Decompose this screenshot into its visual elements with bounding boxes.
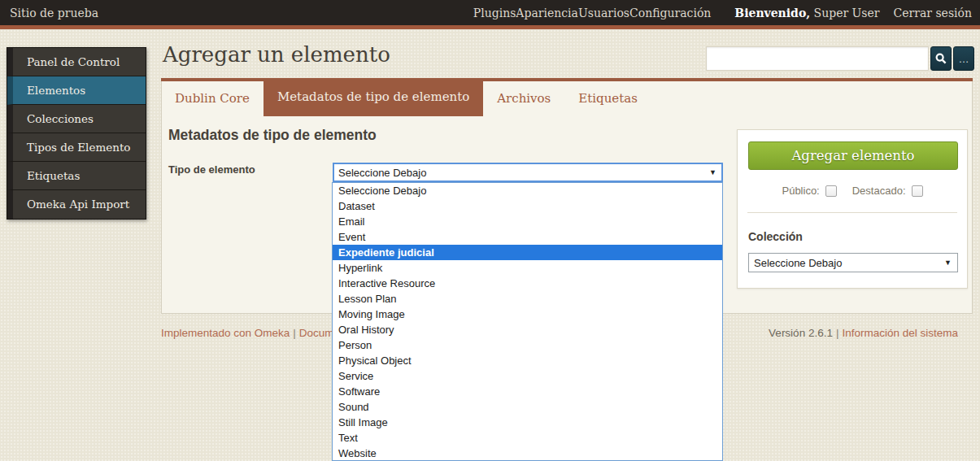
dropdown-option[interactable]: Email <box>333 214 722 229</box>
dropdown-option[interactable]: Oral History <box>333 322 722 337</box>
tab[interactable]: Dublin Core <box>161 78 264 116</box>
topbar-nav-link[interactable]: Usuarios <box>578 7 629 20</box>
welcome-prefix: Bienvenido, <box>734 7 810 20</box>
tab[interactable]: Etiquetas <box>564 78 651 116</box>
chevron-down-icon: ▼ <box>709 168 716 176</box>
sidebar-item[interactable]: Panel de Control <box>7 48 146 76</box>
featured-checkbox[interactable] <box>912 185 923 197</box>
footer-separator: | <box>833 327 843 339</box>
collection-select[interactable]: Seleccione Debajo ▼ <box>748 253 958 272</box>
search-input[interactable] <box>706 46 929 71</box>
topbar-nav-link[interactable]: Plugins <box>473 7 516 20</box>
welcome-text: Bienvenido, Super User <box>734 7 879 20</box>
footer-right: Versión 2.6.1|Información del sistema <box>769 327 973 339</box>
powered-by-omeka-link[interactable]: Implementado con Omeka <box>161 327 290 339</box>
panel-divider <box>747 212 957 213</box>
dropdown-option[interactable]: Dataset <box>333 198 722 214</box>
sidebar-item[interactable]: Colecciones <box>7 105 146 133</box>
site-title[interactable]: Sitio de prueba <box>10 7 98 20</box>
item-type-dropdown-list: Seleccione DebajoDatasetEmailEventExpedi… <box>332 182 723 461</box>
item-type-select[interactable]: Seleccione Debajo ▼ <box>333 163 723 182</box>
dropdown-option[interactable]: Hyperlink <box>333 260 722 276</box>
topbar-nav-link[interactable]: Configuración <box>629 7 711 20</box>
dropdown-option[interactable]: Lesson Plan <box>333 291 722 307</box>
dropdown-option[interactable]: Sound <box>333 399 722 415</box>
admin-topbar: Sitio de prueba PluginsAparienciaUsuario… <box>0 0 980 29</box>
page-title: Agregar un elemento <box>163 42 390 67</box>
dropdown-option[interactable]: Text <box>333 430 722 446</box>
ellipsis-icon: … <box>959 53 969 65</box>
dropdown-option[interactable]: Event <box>333 229 722 245</box>
section-title: Metadatos de tipo de elemento <box>168 127 377 144</box>
topbar-nav-link[interactable]: Apariencia <box>516 7 578 20</box>
advanced-search-button[interactable]: … <box>953 46 974 71</box>
collection-select-value: Seleccione Debajo <box>754 257 842 269</box>
search-icon <box>935 53 947 64</box>
dropdown-option[interactable]: Seleccione Debajo <box>333 183 722 198</box>
chevron-down-icon: ▼ <box>944 259 952 267</box>
search-button[interactable] <box>930 46 952 71</box>
footer-separator: | <box>290 327 299 339</box>
dropdown-option[interactable]: Service <box>333 368 722 384</box>
tab[interactable]: Archivos <box>483 78 564 116</box>
topbar-nav: PluginsAparienciaUsuariosConfiguración B… <box>473 7 972 20</box>
logout-link[interactable]: Cerrar sesión <box>894 7 972 20</box>
dropdown-option[interactable]: Expediente judicial <box>333 245 722 260</box>
sidebar-item[interactable]: Omeka Api Import <box>7 190 146 219</box>
searchbar: … <box>706 46 974 71</box>
public-label: Público: <box>782 185 819 197</box>
system-information-link[interactable]: Información del sistema <box>842 327 958 339</box>
version-text: Versión 2.6.1 <box>769 327 833 339</box>
public-checkbox[interactable] <box>825 185 837 197</box>
section-tabs: Dublin CoreMetadatos de tipo de elemento… <box>161 78 973 116</box>
save-panel: Agregar elemento Público: Destacado: Col… <box>737 129 968 289</box>
item-type-label: Tipo de elemento <box>168 163 255 176</box>
admin-sidebar: Panel de ControlElementosColeccionesTipo… <box>7 47 146 220</box>
sidebar-item[interactable]: Etiquetas <box>7 162 146 190</box>
dropdown-option[interactable]: Interactive Resource <box>333 276 722 291</box>
tab[interactable]: Metadatos de tipo de elemento <box>264 78 483 116</box>
dropdown-option[interactable]: Moving Image <box>333 307 722 322</box>
dropdown-option[interactable]: Still Image <box>333 415 722 430</box>
sidebar-item[interactable]: Elementos <box>7 76 146 105</box>
dropdown-option[interactable]: Website <box>333 446 722 461</box>
dropdown-option[interactable]: Physical Object <box>333 353 722 368</box>
flags-row: Público: Destacado: <box>738 185 967 197</box>
collection-label: Colección <box>748 230 967 243</box>
featured-label: Destacado: <box>852 185 906 197</box>
dropdown-option[interactable]: Software <box>333 384 722 399</box>
add-item-button[interactable]: Agregar elemento <box>748 141 958 170</box>
dropdown-option[interactable]: Person <box>333 337 722 353</box>
sidebar-item[interactable]: Tipos de Elemento <box>7 133 146 162</box>
item-type-select-value: Seleccione Debajo <box>338 167 426 179</box>
welcome-user[interactable]: Super User <box>814 7 880 20</box>
